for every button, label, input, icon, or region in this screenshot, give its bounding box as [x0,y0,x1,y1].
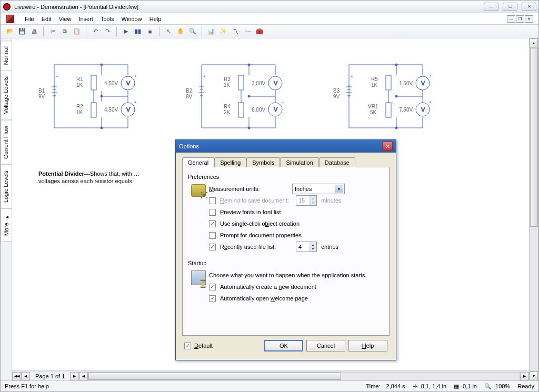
svg-point-16 [248,95,250,97]
pointer-icon[interactable]: ↖ [163,26,174,37]
svg-point-8 [101,127,103,129]
default-checkbox[interactable]: ✓ [184,343,191,349]
page-first-icon[interactable]: ◀◀ [12,372,21,380]
menu-view[interactable]: View [59,15,72,23]
dialog-titlebar[interactable]: Options ✕ [176,140,396,153]
ok-button[interactable]: OK [264,340,303,351]
singleclick-label: Use single-click object creation [220,220,300,227]
recent-label: Recently used file list: [220,244,292,250]
svg-point-17 [248,127,250,129]
preferences-label: Preferences [188,174,384,180]
svg-point-26 [395,127,397,129]
status-time: Time: 2,844 s [366,383,405,389]
menu-insert[interactable]: Insert [78,15,93,23]
copy-icon[interactable]: ⧉ [59,26,70,37]
preview-checkbox[interactable] [209,209,216,216]
side-tabs: Normal Voltage Levels Current Flow Logic… [1,38,12,380]
dialog-close-button[interactable]: ✕ [382,142,393,151]
mdi-close[interactable]: ✕ [525,15,533,23]
mdi-restore[interactable]: ❐ [516,15,524,23]
play-icon[interactable]: ▶ [121,26,131,37]
status-ready: Ready [517,383,534,389]
stop-icon[interactable]: ■ [145,26,155,37]
startup-icon [191,270,206,285]
auto-welcome-checkbox[interactable]: ✓ [209,295,216,302]
tab-spelling[interactable]: Spelling [214,157,246,167]
scroll-left-icon[interactable]: ◀ [79,372,88,380]
pause-icon[interactable]: ▮▮ [133,26,143,37]
mdi-minimize[interactable]: — [507,15,515,23]
svg-text:V: V [126,106,131,113]
svg-text:V: V [274,80,278,86]
status-help: Press F1 for help [5,383,49,389]
chart-icon[interactable]: 📊 [206,26,216,37]
titlebar: Livewire - Demonstration - [Potential Di… [1,1,538,13]
redo-icon[interactable]: ↷ [102,26,113,37]
tab-voltage-levels[interactable]: Voltage Levels [1,71,12,120]
scroll-up-icon[interactable]: ▲ [530,38,538,47]
svg-rect-0 [91,75,96,90]
tab-database[interactable]: Database [319,157,355,167]
status-zoom: 🔍 100% [484,383,510,390]
toolbox-icon[interactable]: 🧰 [254,26,265,37]
tab-simulation[interactable]: Simulation [280,157,318,167]
preferences-icon [191,184,206,197]
svg-text:V: V [126,80,131,86]
close-button[interactable]: ✕ [522,3,536,11]
undo-icon[interactable]: ↶ [90,26,101,37]
recent-spinner[interactable]: 4 [296,242,317,252]
status-grid: ▦ 0,1 in [454,383,477,390]
prompt-checkbox[interactable] [209,232,216,239]
status-coords: ✛ 8,1, 1,4 in [413,383,446,390]
preview-label: Preview fonts in font list [220,209,299,215]
tab-more[interactable]: More ▸ [1,208,12,242]
hscroll-thumb[interactable] [88,373,341,380]
svg-point-6 [101,64,103,66]
tab-normal[interactable]: Normal [1,41,12,71]
maximize-button[interactable]: ☐ [503,3,517,11]
cut-icon[interactable]: ✂ [47,26,58,37]
remind-spinner: 15 [296,195,317,206]
save-icon[interactable]: 💾 [17,26,27,37]
graph1-icon[interactable]: 〽 [230,26,241,37]
hand-icon[interactable]: ✋ [175,26,186,37]
zoom-icon[interactable]: 🔍 [187,26,198,37]
wizard-icon[interactable]: ✨ [218,26,228,37]
help-button[interactable]: Help [348,340,387,351]
tab-symbols[interactable]: Symbols [246,157,280,167]
tab-logic-levels[interactable]: Logic Levels [1,165,12,208]
vertical-scrollbar[interactable]: ▲ ▼ [529,38,538,380]
menu-file[interactable]: File [25,15,34,23]
print-icon[interactable]: 🖶 [29,26,39,37]
auto-welcome-label: Automatically open welcome page [220,295,308,301]
svg-rect-10 [238,103,244,117]
open-icon[interactable]: 📂 [5,26,15,37]
vscroll-thumb[interactable] [530,48,538,227]
cancel-button[interactable]: Cancel [306,340,345,351]
singleclick-checkbox[interactable]: ✓ [209,220,216,227]
window-title: Livewire - Demonstration - [Potential Di… [14,4,484,10]
menu-help[interactable]: Help [149,15,162,23]
paste-icon[interactable]: 📋 [72,26,82,37]
prompt-label: Prompt for document properties [220,232,302,238]
menu-edit[interactable]: Edit [42,15,52,23]
graph2-icon[interactable]: 〰 [242,26,253,37]
scroll-right-icon[interactable]: ▶ [520,372,529,380]
document-icon [6,15,14,23]
minimize-button[interactable]: — [484,3,498,11]
scroll-down-icon[interactable]: ▼ [530,371,538,380]
page-next-icon[interactable]: ▶ [70,372,79,380]
circuit-1: V V + + + B1 9V R1 1 [38,54,144,154]
tab-general[interactable]: General [182,157,214,167]
measurement-select[interactable]: Inches [292,184,345,194]
menu-window[interactable]: Window [122,15,142,23]
recent-checkbox[interactable]: ✓ [209,244,216,250]
toolbar: 📂 💾 🖶 ✂ ⧉ 📋 ↶ ↷ ▶ ▮▮ ■ ↖ ✋ 🔍 📊 ✨ 〽 〰 🧰 [1,25,538,38]
auto-new-checkbox[interactable]: ✓ [209,284,216,290]
svg-point-24 [395,64,397,66]
horizontal-scrollbar[interactable]: ◀◀ ◀ Page 1 of 1 ▶ ◀ ▶ [12,371,529,380]
menu-tools[interactable]: Tools [101,15,114,23]
remind-unit: minutes [321,197,342,204]
tab-current-flow[interactable]: Current Flow [1,120,12,165]
page-prev-icon[interactable]: ◀ [21,372,30,380]
